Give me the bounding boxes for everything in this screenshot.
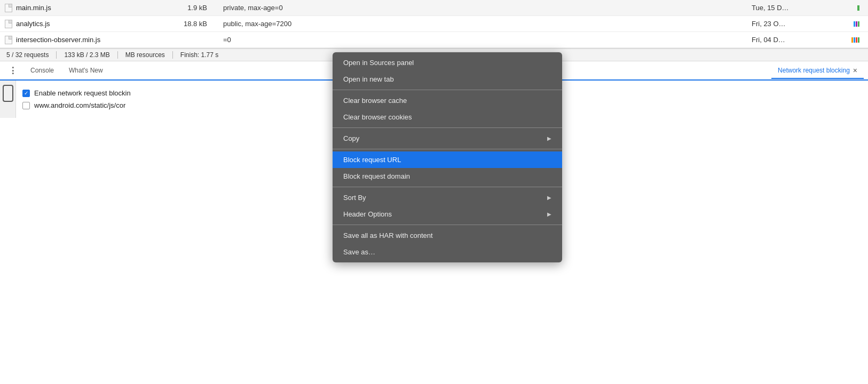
menu-item-copy-label: Copy [343, 134, 359, 142]
file-name: intersection-observer.min.js [16, 36, 100, 44]
menu-item-block-url[interactable]: Block request URL [333, 151, 562, 168]
file-icon-inner [5, 4, 12, 12]
waterfall-bar-green [857, 5, 859, 11]
waterfall-bar-blue2 [854, 37, 855, 43]
menu-item-save-as-label: Save as… [343, 248, 375, 256]
menu-divider-1 [333, 90, 562, 90]
menu-divider-3 [333, 149, 562, 149]
menu-divider-5 [333, 225, 562, 225]
menu-item-sort-by[interactable]: Sort By ▶ [333, 189, 562, 206]
waterfall-cell [821, 5, 864, 11]
menu-arrow-copy: ▶ [547, 135, 551, 141]
menu-item-block-domain[interactable]: Block request domain [333, 168, 562, 185]
tab-network-blocking-label: Network request blocking [778, 67, 850, 74]
tab-console[interactable]: Console [24, 63, 60, 77]
menu-divider-4 [333, 187, 562, 187]
file-icon-inner [5, 20, 12, 28]
finish-time: Finish: 1.77 s [173, 51, 226, 59]
tab-network-request-blocking[interactable]: Network request blocking × [771, 63, 864, 79]
requests-count: 5 / 32 requests [6, 51, 57, 59]
menu-item-open-sources[interactable]: Open in Sources panel [333, 54, 562, 71]
menu-item-clear-cache-label: Clear browser cache [343, 97, 407, 105]
blocking-row-1-label: Enable network request blockin [34, 89, 131, 97]
menu-item-block-domain-label: Block request domain [343, 172, 410, 180]
cache-cell: =0 [218, 36, 752, 44]
menu-item-clear-cookies[interactable]: Clear browser cookies [333, 109, 562, 125]
menu-divider-2 [333, 127, 562, 128]
menu-item-open-sources-label: Open in Sources panel [343, 59, 414, 67]
menu-item-save-har[interactable]: Save all as HAR with content [333, 227, 562, 244]
menu-item-open-new-tab-label: Open in new tab [343, 75, 394, 83]
waterfall-cell [821, 37, 864, 43]
tab-whats-new[interactable]: What's New [62, 63, 109, 77]
waterfall-cell [821, 21, 864, 27]
file-name-cell: analytics.js [4, 20, 154, 28]
tab-more-button[interactable]: ⋮ [4, 62, 22, 79]
file-name: analytics.js [16, 20, 50, 28]
waterfall-multi2 [851, 37, 859, 43]
menu-item-block-url-label: Block request URL [343, 156, 401, 164]
date-cell: Tue, 15 D… [752, 4, 821, 12]
cache-cell: public, max-age=7200 [218, 20, 752, 28]
cache-cell: private, max-age=0 [218, 4, 752, 12]
menu-arrow-sort: ▶ [547, 195, 551, 201]
file-name: main.min.js [16, 4, 51, 12]
file-icon [4, 36, 13, 44]
table-row[interactable]: intersection-observer.min.js =0 Fri, 04 … [0, 32, 868, 48]
menu-item-clear-cache[interactable]: Clear browser cache [333, 92, 562, 109]
network-panel: main.min.js 1.9 kB private, max-age=0 Tu… [0, 0, 868, 384]
table-row[interactable]: main.min.js 1.9 kB private, max-age=0 Tu… [0, 0, 868, 16]
close-tab-button[interactable]: × [853, 66, 857, 75]
file-icon [4, 4, 13, 12]
context-menu: Open in Sources panel Open in new tab Cl… [333, 52, 562, 262]
menu-arrow-header: ▶ [547, 211, 551, 217]
date-cell: Fri, 23 O… [752, 20, 821, 28]
file-icon-inner [5, 36, 12, 44]
waterfall-multi [854, 21, 859, 27]
checkbox-empty[interactable] [22, 102, 30, 109]
menu-item-header-options[interactable]: Header Options ▶ [333, 206, 562, 222]
phone-icon [3, 85, 13, 102]
transferred-size: 133 kB / 2.3 MB [57, 51, 117, 59]
menu-item-header-options-label: Header Options [343, 210, 392, 218]
date-cell: Fri, 04 D… [752, 36, 821, 44]
table-area: main.min.js 1.9 kB private, max-age=0 Tu… [0, 0, 868, 49]
left-sidebar [0, 81, 16, 118]
menu-item-copy[interactable]: Copy ▶ [333, 130, 562, 147]
waterfall-bar-purple [856, 21, 857, 27]
waterfall-bar-blue [854, 21, 855, 27]
waterfall-bar-green [858, 21, 859, 27]
waterfall-bar-green2 [858, 37, 859, 43]
file-icon [4, 20, 13, 28]
menu-item-save-har-label: Save all as HAR with content [343, 231, 433, 239]
blocking-row-2-label: www.android.com/static/js/cor [34, 101, 125, 109]
size-cell: 18.8 kB [154, 20, 218, 28]
menu-item-open-new-tab[interactable]: Open in new tab [333, 71, 562, 87]
checkbox-enabled[interactable]: ✓ [22, 90, 30, 97]
size-cell: 1.9 kB [154, 4, 218, 12]
file-name-cell: intersection-observer.min.js [4, 36, 154, 44]
menu-item-sort-by-label: Sort By [343, 194, 366, 202]
table-row[interactable]: analytics.js 18.8 kB public, max-age=720… [0, 16, 868, 32]
resources-size: MB resources [118, 51, 173, 59]
menu-item-clear-cookies-label: Clear browser cookies [343, 113, 412, 121]
waterfall-bar-red [856, 37, 857, 43]
waterfall-bar-orange [851, 37, 853, 43]
file-name-cell: main.min.js [4, 4, 154, 12]
menu-item-save-as[interactable]: Save as… [333, 244, 562, 260]
